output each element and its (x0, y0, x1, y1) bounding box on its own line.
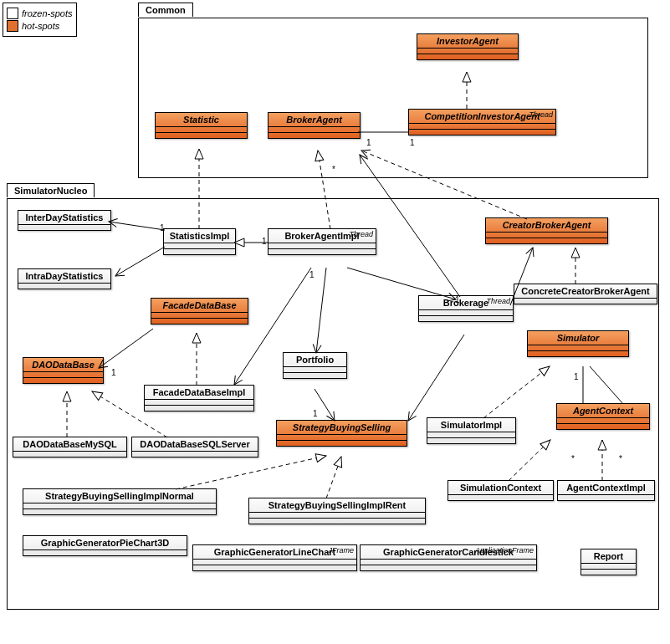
mult: 1 (309, 270, 315, 279)
class-name: IntraDayStatistics (18, 269, 110, 284)
class-interDayStatistics: InterDayStatistics (18, 210, 111, 231)
class-intraDayStatistics: IntraDayStatistics (18, 268, 111, 289)
mult: 1 (111, 368, 116, 377)
class-name: ConcreteCreatorBrokerAgent (514, 284, 657, 299)
class-name: InvestorAgent (417, 34, 518, 49)
class-facadeDataBase: FacadeDataBase (151, 298, 248, 325)
mult: * (332, 165, 335, 174)
package-common-tab: Common (138, 3, 193, 17)
class-name: StatisticsImpl (164, 229, 235, 243)
mult: * (571, 454, 575, 463)
class-name: FacadeDataBase (151, 299, 248, 313)
class-report: Report (580, 549, 637, 575)
class-simulatorImpl: SimulatorImpl (427, 417, 516, 444)
class-name: AgentContextImpl (558, 481, 654, 495)
class-name: StrategyBuyingSellingImplRent (249, 498, 425, 513)
class-name: DAODataBaseMySQL (13, 437, 126, 452)
mult: 1 (574, 372, 579, 381)
class-brokerAgent: BrokerAgent (268, 112, 361, 139)
class-name: GraphicGeneratorPieChart3D (23, 536, 187, 550)
class-simulator: Simulator (527, 330, 629, 357)
stereotype: Thread (349, 230, 373, 238)
legend-frozen-label: frozen-spots (22, 8, 73, 18)
class-graphicGeneratorPieChart3D: GraphicGeneratorPieChart3D (23, 535, 187, 556)
mult: 1 (366, 138, 371, 147)
class-statisticsImpl: StatisticsImpl (163, 228, 236, 255)
mult: 1 (313, 409, 318, 418)
class-name: SimulationContext (448, 481, 553, 495)
class-name: BrokerAgent (269, 113, 360, 127)
stereotype: Thread (529, 110, 553, 119)
class-brokerage: ThreadBrokerage (418, 295, 514, 322)
mult: 1 (160, 223, 165, 233)
class-name: StrategyBuyingSellingImplNormal (23, 489, 216, 503)
class-name: FacadeDataBaseImpl (145, 386, 253, 400)
class-portfolio: Portfolio (283, 352, 347, 379)
mult: 1 (410, 138, 415, 147)
class-facadeDataBaseImpl: FacadeDataBaseImpl (144, 385, 254, 411)
class-graphicGeneratorLineChart: JFrameGraphicGeneratorLineChart (192, 544, 357, 571)
class-name: CreatorBrokerAgent (486, 218, 607, 233)
class-graphicGeneratorCandlestick: ApplicationFrameGraphicGeneratorCandlest… (360, 544, 537, 571)
class-name: SimulatorImpl (427, 418, 515, 432)
stereotype: Thread (486, 297, 510, 305)
class-simulationContext: SimulationContext (448, 480, 554, 501)
class-investorAgent: InvestorAgent (417, 33, 519, 60)
class-name: InterDayStatistics (18, 211, 110, 225)
class-brokerAgentImpl: ThreadBrokerAgentImpl (268, 228, 376, 255)
class-name: AgentContext (557, 404, 649, 418)
class-statistic: Statistic (155, 112, 248, 139)
class-name: Statistic (156, 113, 247, 127)
legend: frozen-spots hot-spots (3, 3, 77, 37)
class-name: DAODataBaseSQLServer (132, 437, 258, 452)
class-daoDataBaseMySQL: DAODataBaseMySQL (13, 437, 127, 457)
swatch-frozen (7, 8, 18, 19)
class-strategyBuyingSellingImplNormal: StrategyBuyingSellingImplNormal (23, 488, 217, 515)
package-common: Common (138, 18, 648, 178)
class-name: DAODataBase (23, 358, 103, 372)
diagram-canvas: frozen-spots hot-spots Common SimulatorN… (0, 0, 670, 644)
class-name: Portfolio (284, 353, 346, 367)
stereotype: ApplicationFrame (475, 546, 534, 555)
legend-hot-label: hot-spots (22, 21, 59, 31)
legend-frozen: frozen-spots (7, 8, 73, 19)
class-competitionInvestorAgent: ThreadCompetitionInvestorAgent (408, 109, 556, 135)
mult: 1 (262, 237, 267, 246)
swatch-hot (7, 20, 18, 32)
class-daoDataBaseSQLServer: DAODataBaseSQLServer (131, 437, 258, 457)
class-name: StrategyBuyingSelling (277, 421, 407, 435)
class-creatorBrokerAgent: CreatorBrokerAgent (485, 217, 608, 244)
class-agentContextImpl: AgentContextImpl (557, 480, 655, 501)
class-name: Simulator (528, 331, 628, 345)
class-name: Report (581, 549, 636, 564)
package-nucleo-tab: SimulatorNucleo (7, 183, 95, 197)
class-daoDataBase: DAODataBase (23, 357, 104, 384)
legend-hot: hot-spots (7, 20, 73, 32)
class-agentContext: AgentContext (556, 403, 650, 430)
class-strategyBuyingSellingImplRent: StrategyBuyingSellingImplRent (248, 498, 426, 524)
mult: 1 (455, 295, 460, 304)
class-strategyBuyingSelling: StrategyBuyingSelling (276, 420, 407, 447)
mult: * (619, 454, 622, 463)
class-concreteCreatorBrokerAgent: ConcreteCreatorBrokerAgent (514, 284, 657, 304)
stereotype: JFrame (328, 546, 354, 555)
